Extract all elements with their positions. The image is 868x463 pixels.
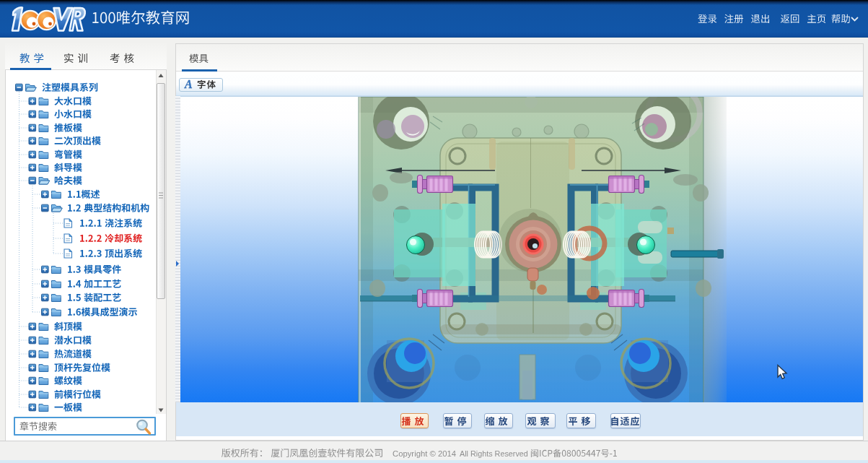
svg-text:Copyright © 2014: Copyright © 2014	[393, 449, 456, 458]
svg-text:All Rights Reserved: All Rights Reserved	[460, 449, 528, 458]
svg-text:A: A	[184, 78, 193, 90]
